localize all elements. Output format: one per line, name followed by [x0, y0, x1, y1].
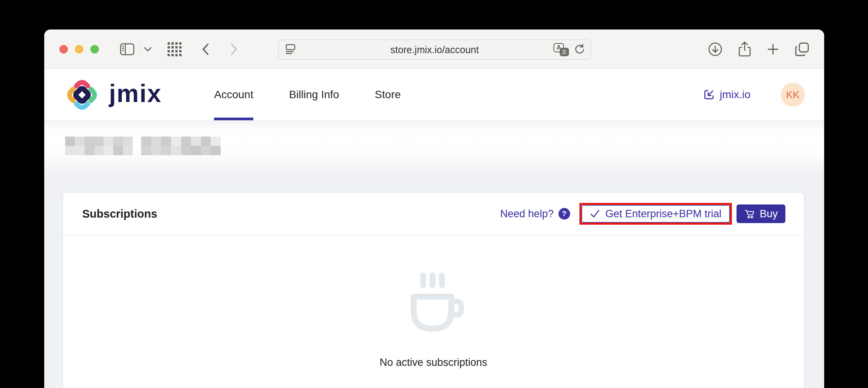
tabs-icon[interactable] — [794, 42, 810, 57]
new-tab-icon[interactable] — [767, 43, 779, 55]
brand-logo[interactable]: jmix — [64, 69, 162, 120]
back-icon[interactable] — [202, 43, 209, 55]
tab-billing-info[interactable]: Billing Info — [289, 69, 339, 120]
avatar[interactable]: KK — [781, 83, 805, 107]
help-icon[interactable]: ? — [558, 208, 570, 220]
redacted-name-block — [141, 137, 221, 155]
section-title: Subscriptions — [82, 208, 157, 220]
check-icon — [590, 209, 600, 218]
jmix-io-link[interactable]: jmix.io — [703, 88, 750, 101]
browser-toolbar: store.jmix.io/account A 文 — [44, 29, 824, 69]
share-icon[interactable] — [738, 41, 752, 57]
brand-wordmark: jmix — [109, 81, 162, 108]
annotation-highlight-box: Get Enterprise+BPM trial — [579, 203, 732, 225]
main-nav: Account Billing Info Store — [214, 69, 401, 120]
translate-icon[interactable]: A 文 — [553, 43, 569, 56]
reload-icon[interactable] — [574, 43, 585, 56]
subscriptions-card-header: Subscriptions Need help? ? Get Enterpris… — [63, 192, 804, 236]
page-body: Subscriptions Need help? ? Get Enterpris… — [44, 172, 824, 388]
minimize-window-button[interactable] — [75, 45, 83, 54]
address-bar[interactable]: store.jmix.io/account A 文 — [278, 40, 591, 60]
downloads-icon[interactable] — [708, 42, 723, 57]
tab-store[interactable]: Store — [375, 69, 401, 120]
browser-window: store.jmix.io/account A 文 — [44, 29, 824, 388]
url-text[interactable]: store.jmix.io/account — [278, 44, 591, 55]
coffee-cup-icon — [63, 271, 804, 338]
zoom-window-button[interactable] — [90, 45, 99, 54]
empty-state-message: No active subscriptions — [63, 357, 804, 369]
empty-state: No active subscriptions — [63, 236, 804, 369]
toolbar-divider — [140, 42, 140, 56]
get-trial-button[interactable]: Get Enterprise+BPM trial — [581, 205, 730, 223]
close-window-button[interactable] — [59, 45, 68, 54]
account-hero — [44, 120, 824, 172]
subscriptions-card: Subscriptions Need help? ? Get Enterpris… — [62, 192, 804, 388]
buy-button[interactable]: Buy — [737, 204, 785, 223]
sidebar-toggle-icon[interactable] — [120, 43, 135, 55]
chevron-down-icon[interactable] — [144, 47, 152, 52]
external-link-icon — [703, 88, 715, 101]
cart-icon — [744, 208, 755, 219]
jmix-logo-icon — [64, 76, 100, 113]
need-help-link[interactable]: Need help? — [500, 208, 554, 220]
site-header: jmix Account Billing Info Store jmix.io … — [44, 69, 824, 120]
tab-account[interactable]: Account — [214, 69, 253, 120]
redacted-name-block — [65, 137, 133, 155]
forward-icon[interactable] — [230, 43, 237, 55]
tab-overview-grid-icon[interactable] — [168, 42, 182, 56]
